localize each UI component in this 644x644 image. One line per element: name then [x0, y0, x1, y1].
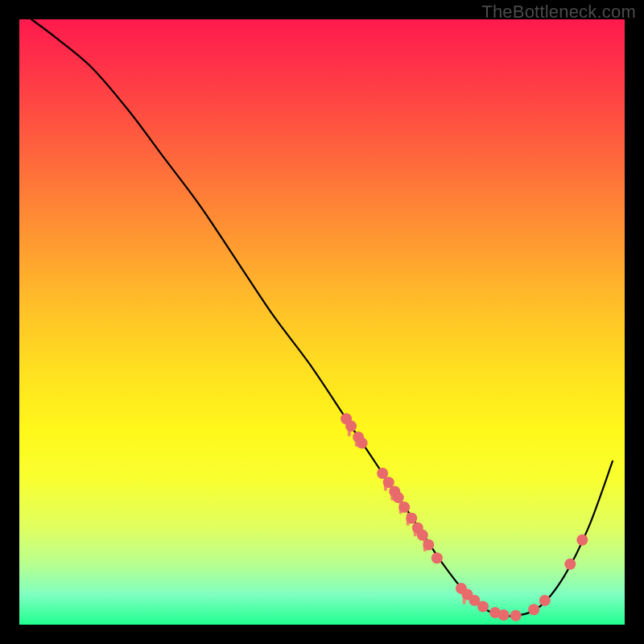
chart-gradient-frame	[19, 19, 625, 625]
data-point-dot	[539, 595, 551, 606]
bottleneck-curve-plot	[19, 19, 625, 625]
data-point-dot	[564, 559, 576, 570]
data-point-dot	[498, 609, 510, 621]
data-point-dot	[431, 552, 443, 564]
data-point-dot	[406, 513, 417, 524]
data-point-dot	[576, 535, 588, 546]
bottleneck-curve	[31, 19, 613, 616]
data-point-dot	[510, 610, 522, 621]
data-point-dot	[417, 530, 428, 541]
data-point-dot	[345, 420, 357, 431]
data-point-dot	[528, 604, 539, 615]
curve-data-points	[341, 413, 588, 621]
data-point-dot	[398, 502, 410, 513]
data-point-dot	[477, 601, 489, 612]
data-point-dot	[393, 492, 404, 503]
data-point-dot	[423, 539, 434, 551]
watermark-text: TheBottleneck.com	[481, 2, 636, 23]
curve-tick-marks	[348, 423, 466, 604]
data-point-dot	[357, 437, 368, 448]
